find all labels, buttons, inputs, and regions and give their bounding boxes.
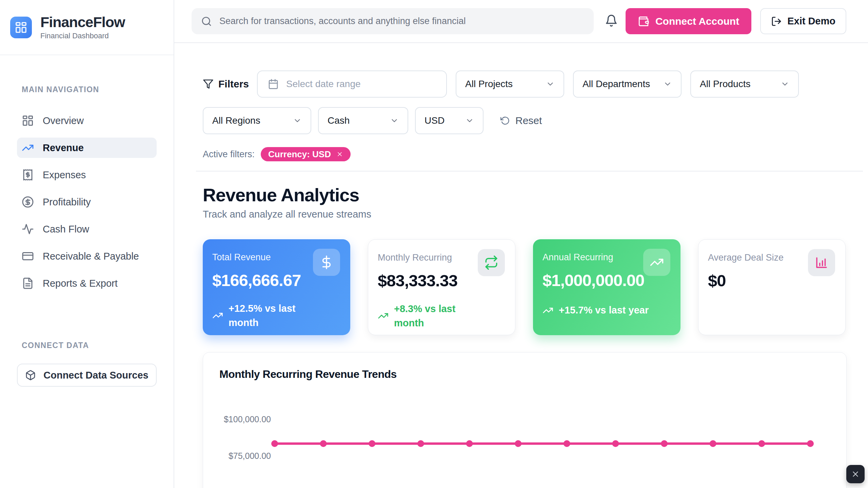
remove-filter-x-icon[interactable] [336, 151, 343, 158]
page-title: Revenue Analytics [203, 184, 846, 205]
metric-card-monthly-recurring: Monthly Recurring $83,333.33 [368, 239, 515, 335]
sidebar-item-label: Revenue [43, 142, 84, 154]
page-subtitle: Track and analyze all revenue streams [203, 209, 846, 220]
sidebar: FinanceFlow Financial Dashboard MAIN NAV… [0, 0, 174, 488]
metric-card-total-revenue: Total Revenue $166,666.67 +12.5 [203, 239, 350, 335]
page-header: Revenue Analytics Track and analyze all … [203, 184, 846, 220]
trending-up-icon [542, 305, 553, 316]
sidebar-item-expenses[interactable]: Expenses [17, 165, 157, 185]
file-text-icon [22, 277, 34, 289]
sidebar-nav: MAIN NAVIGATION Overview [0, 85, 174, 387]
payment-method-select[interactable]: Cash [318, 107, 408, 134]
repeat-icon [478, 249, 505, 276]
wallet-icon [638, 16, 649, 27]
date-range-placeholder: Select date range [286, 79, 361, 89]
chevron-down-icon [546, 80, 555, 88]
sidebar-item-label: Reports & Export [43, 278, 118, 289]
chevron-down-icon [293, 116, 302, 125]
connect-data-sources-button[interactable]: Connect Data Sources [17, 364, 157, 387]
filters-row-2: All Regions Cash USD [203, 107, 846, 134]
projects-select[interactable]: All Projects [456, 70, 564, 98]
reset-filters-button[interactable]: Reset [500, 115, 542, 126]
mrr-chart-plot: $100,000.00$75,000.00$50,000.00 [203, 352, 847, 488]
credit-card-icon [22, 250, 34, 262]
app-root: FinanceFlow Financial Dashboard MAIN NAV… [0, 0, 868, 488]
departments-select[interactable]: All Departments [573, 70, 682, 98]
svg-text:$75,000.00: $75,000.00 [229, 451, 271, 461]
funnel-icon [203, 79, 214, 89]
dollar-sign-icon [313, 249, 340, 276]
search-box [192, 8, 594, 34]
main-content: Filters Select date range All Projects [174, 43, 868, 488]
cube-icon [25, 370, 36, 381]
connect-data-sources-label: Connect Data Sources [43, 370, 148, 381]
chevron-down-icon [663, 80, 672, 88]
active-filters-row: Active filters: Currency: USD [203, 147, 846, 161]
app-logo-icon [10, 17, 32, 38]
bar-chart-icon [808, 249, 835, 276]
chevron-down-icon [781, 80, 789, 88]
exit-demo-button[interactable]: Exit Demo [760, 8, 846, 34]
app-subtitle: Financial Dashboard [40, 32, 125, 40]
currency-select[interactable]: USD [415, 107, 484, 134]
filters-label: Filters [203, 78, 249, 90]
nav-list: Overview Revenue [17, 110, 157, 293]
metric-card-average-deal-size: Average Deal Size $0 [698, 239, 846, 335]
sidebar-item-label: Cash Flow [43, 224, 89, 235]
metric-delta: +15.7% vs last year [542, 305, 670, 316]
metric-delta: +12.5% vs last month [212, 301, 340, 330]
connect-data-header: CONNECT DATA [22, 341, 157, 350]
activity-icon [22, 223, 34, 235]
metric-card-annual-recurring: Annual Recurring $1,000,000.00 [533, 239, 680, 335]
search-input[interactable] [219, 16, 584, 26]
layout-dashboard-icon [22, 115, 34, 127]
filters-row-1: Filters Select date range All Projects [203, 70, 846, 98]
exit-demo-label: Exit Demo [787, 16, 835, 27]
notifications-bell-icon[interactable] [604, 14, 619, 29]
sidebar-item-profitability[interactable]: Profitability [17, 192, 157, 212]
sidebar-item-label: Expenses [43, 169, 86, 181]
sidebar-item-receivable-payable[interactable]: Receivable & Payable [17, 246, 157, 266]
sidebar-item-revenue[interactable]: Revenue [17, 138, 157, 158]
chevron-down-icon [390, 116, 399, 125]
sidebar-item-overview[interactable]: Overview [17, 110, 157, 131]
close-widget-button[interactable] [846, 465, 865, 483]
chevron-down-icon [465, 116, 474, 125]
topbar: Connect Account Exit Demo [174, 0, 868, 43]
section-divider [196, 171, 863, 171]
trending-up-icon [22, 142, 34, 154]
currency-filter-chip[interactable]: Currency: USD [261, 147, 351, 161]
sidebar-item-label: Overview [43, 115, 84, 126]
connect-account-label: Connect Account [655, 16, 739, 27]
metric-cards: Total Revenue $166,666.67 +12.5 [203, 239, 846, 335]
trending-up-icon [643, 249, 670, 276]
circle-dollar-icon [22, 196, 34, 208]
connect-account-button[interactable]: Connect Account [626, 8, 751, 34]
sidebar-item-reports-export[interactable]: Reports & Export [17, 273, 157, 293]
nav-section-header: MAIN NAVIGATION [22, 85, 157, 94]
trending-up-icon [212, 310, 223, 321]
main-column: Connect Account Exit Demo [174, 0, 868, 488]
receipt-icon [22, 169, 34, 181]
sidebar-item-label: Receivable & Payable [43, 251, 139, 262]
trending-up-icon [378, 310, 389, 321]
brand: FinanceFlow Financial Dashboard [0, 0, 174, 55]
date-range-input[interactable]: Select date range [257, 70, 447, 98]
app-title: FinanceFlow [40, 14, 125, 30]
rotate-ccw-icon [500, 116, 510, 125]
active-filters-label: Active filters: [203, 149, 255, 160]
sidebar-item-cash-flow[interactable]: Cash Flow [17, 219, 157, 239]
products-select[interactable]: All Products [690, 70, 799, 98]
sidebar-item-label: Profitability [43, 197, 91, 208]
logout-icon [771, 16, 782, 27]
mrr-trends-chart-card: Monthly Recurring Revenue Trends $100,00… [203, 352, 847, 488]
calendar-icon [268, 79, 279, 89]
svg-text:$100,000.00: $100,000.00 [224, 414, 271, 424]
search-icon [201, 16, 212, 27]
metric-delta: +8.3% vs last month [378, 302, 505, 330]
regions-select[interactable]: All Regions [203, 107, 311, 134]
